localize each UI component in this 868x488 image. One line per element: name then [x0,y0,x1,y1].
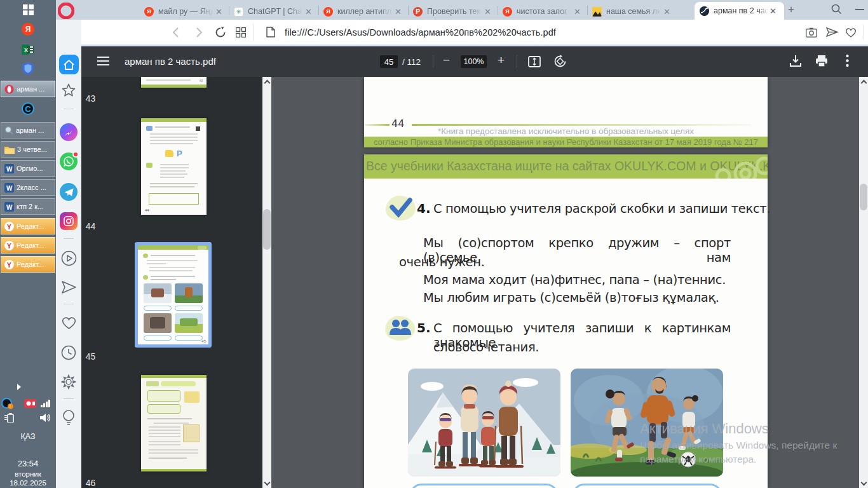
main-scrollbar[interactable] [859,77,868,488]
scroll-down-icon[interactable] [262,479,271,488]
taskbar-window-word2[interactable]: W 2класс ... [1,179,55,196]
telegram-icon[interactable] [56,183,81,201]
paragraph-line4: Мы любим играть (с)семьёй (в)тоғыз құмал… [423,290,719,305]
tab-close-icon[interactable]: ✕ [484,7,491,17]
start-button[interactable] [0,4,56,15]
reload-icon[interactable] [214,20,227,44]
thumbnail-page-45-selected[interactable]: 45 [135,242,212,348]
main-scrollbar-thumb[interactable] [860,184,867,210]
zoom-out-button[interactable]: − [443,53,450,67]
tray-camera-icon[interactable] [24,399,36,408]
back-icon[interactable] [169,20,182,44]
yandex-taskbar-icon[interactable]: Я [0,23,56,36]
tray-date[interactable]: 18.02.2025 [0,479,56,487]
yandex-favicon: Я [323,7,333,17]
tab-killer[interactable]: Я киллер антипла ✕ [320,3,409,20]
tab-check-text[interactable]: P Проверить текс ✕ [409,3,499,20]
bookmark-heart-icon[interactable] [844,20,858,44]
home-icon[interactable] [56,55,81,74]
taskbar-window-yandex3[interactable]: Y Редакт... [1,256,55,273]
c-app-taskbar-icon[interactable]: C [0,102,56,115]
tray-weekday: вторник [0,470,56,478]
tray-volume-icon[interactable] [18,413,74,423]
illustration-family-skiing [408,369,560,477]
tab-mail[interactable]: Я майл ру — Янде ✕ [140,3,230,20]
exercise5-number: 5. [417,320,431,336]
p-favicon: P [413,7,423,17]
excel-taskbar-icon[interactable]: X [0,43,56,56]
thumbnail-page-43[interactable]: 43 [141,77,207,88]
taskbar-window-search[interactable]: арман ... [1,122,55,139]
thumbnail-scrollbar[interactable] [262,77,271,488]
tab-close-icon[interactable]: ✕ [215,7,222,17]
taskbar-window-opera[interactable]: арман ... [1,81,55,97]
pdf-more-icon[interactable] [846,54,849,70]
tab-family[interactable]: наша семья люб ✕ [588,3,678,20]
tab-close-icon[interactable]: ✕ [770,6,776,16]
tray-language[interactable]: ҚАЗ [0,432,56,441]
pdf-menu-icon[interactable] [97,56,109,69]
page45-header-band: Все учебники Казахстана ищите на сайтах … [364,154,768,179]
scroll-up-icon[interactable] [859,77,868,86]
exercise5-line2: словосочетания. [433,340,539,355]
pdf-favicon [700,6,709,16]
paragraph-line3: Моя мама ходит (на)фитнес, папа – (на)те… [423,273,726,287]
play-circle-icon[interactable] [56,250,81,266]
url-text[interactable]: file:///C:/Users/Asus/Downloads/арман%20… [285,20,556,44]
answer-field-2[interactable] [573,484,722,488]
fit-page-icon[interactable] [528,55,541,71]
pdf-page-44: 44 *Книга предоставлена исключительно в … [364,77,768,147]
pdf-page-input[interactable]: 45 [380,55,398,68]
tray-network-icon[interactable] [41,399,51,407]
whatsapp-icon[interactable] [56,152,81,170]
tray-expand-icon[interactable] [17,384,22,390]
thumbnail-scrollbar-thumb[interactable] [263,209,271,250]
tab-close-icon[interactable]: ✕ [305,7,312,17]
tray-time[interactable]: 23:54 [0,459,56,468]
tab-chistota[interactable]: Я чистота залог зд ✕ [499,3,588,20]
pdf-zoom-level[interactable]: 100% [461,55,487,68]
minimize-button[interactable] [855,9,864,10]
taskbar-window-folder[interactable]: 3 четве... [1,141,55,158]
tab-search-icon[interactable] [831,4,842,17]
opera-menu-button[interactable] [58,3,74,22]
page44-footer-band: согласно Приказа Министра образования и … [364,137,768,147]
tab-arman-active[interactable]: арман пв 2 част ✕ [695,2,784,20]
tiles-icon[interactable] [234,20,248,44]
shield-taskbar-icon[interactable] [0,62,56,75]
svg-text:X: X [24,47,28,53]
tab-close-icon[interactable]: ✕ [663,7,670,17]
page44-copyright-note: *Книга предоставлена исключительно в обр… [364,126,768,136]
windows-taskbar: Я X арман ... C арман ... 3 четве... W О… [0,0,56,488]
thumbnail-page-46[interactable] [141,375,207,471]
scroll-down-icon[interactable] [859,479,868,488]
messenger-icon[interactable] [56,123,81,141]
svg-text:Y: Y [7,223,11,230]
zoom-in-button[interactable]: + [498,53,505,67]
screenshot-icon[interactable] [804,20,818,44]
ornament-swirl [685,154,768,179]
browser-tabstrip: Я майл ру — Янде ✕ ✳ ChatGPT | ChatG ✕ Я… [56,0,868,20]
tab-close-icon[interactable]: ✕ [395,7,402,17]
tab-chatgpt[interactable]: ✳ ChatGPT | ChatG ✕ [230,3,320,20]
tab-close-icon[interactable]: ✕ [574,7,581,17]
share-icon[interactable] [825,20,840,44]
settings-gear-icon[interactable] [56,374,81,390]
taskbar-window-word3[interactable]: W ктп 2 к... [1,198,55,215]
taskbar-window-yandex2[interactable]: Y Редакт... [1,237,55,254]
send-flow-icon[interactable] [56,280,81,294]
exercise4-number: 4. [417,201,431,216]
scroll-up-icon[interactable] [262,77,271,86]
taskbar-window-yandex1[interactable]: Y Редакт... [1,218,55,234]
likes-heart-icon[interactable] [56,316,81,330]
svg-text:Y: Y [7,242,11,249]
thumbnail-page-44[interactable]: P 44 [141,118,207,215]
rotate-icon[interactable] [553,55,567,71]
forward-icon[interactable] [193,20,205,44]
pdf-download-icon[interactable] [789,55,802,71]
pdf-filename: арман пв 2 часть.pdf [125,56,216,67]
pdf-print-icon[interactable] [815,55,828,70]
new-tab-button[interactable]: + [788,3,794,16]
answer-field-1[interactable] [410,484,558,488]
taskbar-window-word1[interactable]: W Оргмо... [1,160,55,177]
